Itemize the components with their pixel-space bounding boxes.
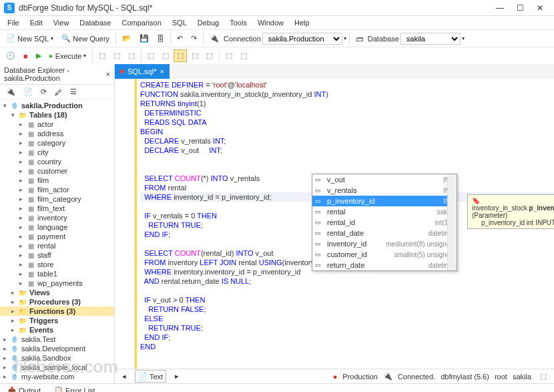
menu-file[interactable]: File	[3, 17, 24, 28]
undo-button[interactable]: ↶	[174, 32, 186, 45]
connection-icon[interactable]: 🔌	[206, 32, 222, 45]
tree-item[interactable]: ▸🛢sakila_sample_local	[0, 363, 114, 372]
run-button[interactable]: ▶	[33, 49, 45, 62]
execute-button[interactable]: ▸Execute▾	[46, 49, 90, 62]
code-line[interactable]: RETURNS tinyint(1)	[140, 99, 554, 108]
btn-t5[interactable]: ⬚	[159, 49, 172, 62]
tab-close[interactable]: ×	[160, 67, 164, 75]
exp-btn3[interactable]: ⟳	[37, 85, 50, 98]
close-button[interactable]: ✕	[530, 3, 550, 13]
maximize-button[interactable]: ☐	[510, 3, 530, 13]
menu-view[interactable]: View	[49, 17, 74, 28]
btn-t2[interactable]: ⬚	[110, 49, 123, 62]
btn-t7[interactable]: ⬚	[188, 49, 202, 62]
code-line[interactable]: RETURN FALSE;	[140, 305, 554, 314]
explorer-tab[interactable]: Database Explorer - sakila.Production ×	[0, 64, 114, 85]
tree-item[interactable]: ▸📁Views	[0, 288, 114, 297]
menu-database[interactable]: Database	[75, 17, 115, 28]
error-list-button[interactable]: 📋Error List	[51, 384, 99, 392]
autocomplete-popup[interactable]: ▭v_outINT▭v_rentalsINT▭p_inventory_idINT…	[312, 174, 457, 271]
menu-sql[interactable]: SQL	[168, 17, 192, 28]
database-dropdown[interactable]: sakila	[400, 33, 461, 45]
autocomplete-item[interactable]: ▭rentalsakila	[312, 206, 457, 217]
btn-t3[interactable]: ⬚	[125, 49, 138, 62]
btn-t9[interactable]: ⬚	[222, 49, 236, 62]
editor-body[interactable]: CREATE DEFINER = 'root'@'localhost'FUNCT…	[115, 79, 554, 369]
tree-item[interactable]: ▸▦inventory	[0, 213, 114, 222]
tree-item[interactable]: ▾🛢sakila.Production	[0, 101, 114, 110]
menu-help[interactable]: Help	[290, 17, 314, 28]
tree-item[interactable]: ▸▦staff	[0, 250, 114, 260]
new-query-button[interactable]: 🔍New Query	[58, 32, 113, 45]
code-line[interactable]: RETURN TRUE;	[140, 323, 554, 333]
autocomplete-item[interactable]: ▭v_outINT	[312, 174, 457, 185]
save-all-button[interactable]: 🗄	[154, 33, 168, 45]
btn-t10[interactable]: ⬚	[237, 49, 250, 62]
tree-item[interactable]: ▸▦payment	[0, 232, 114, 241]
autocomplete-item[interactable]: ▭customer_idsmallint(5) unsigned	[312, 249, 457, 260]
tree-item[interactable]: ▸▦film_actor	[0, 185, 114, 194]
code-line[interactable]: DECLARE v_rentals INT;	[140, 136, 554, 146]
stop-button[interactable]: ■	[20, 50, 31, 62]
menu-edit[interactable]: Edit	[25, 17, 47, 28]
text-view-button[interactable]: 📄Text	[135, 370, 166, 383]
prev-result-button[interactable]: ◂	[119, 370, 129, 383]
redo-button[interactable]: ↷	[188, 32, 200, 45]
tree-item[interactable]: ▸🛢sakila.Test	[0, 335, 114, 344]
autocomplete-item[interactable]: ▭v_rentalsINT	[312, 185, 457, 196]
code-line[interactable]	[140, 155, 554, 164]
tree-item[interactable]: ▸▦film	[0, 176, 114, 185]
tree-item[interactable]: ▸▦address	[0, 129, 114, 138]
tree-item[interactable]: ▸▦film_text	[0, 204, 114, 213]
tree-item[interactable]: ▸▦category	[0, 138, 114, 148]
db-icon[interactable]: 🗃	[352, 33, 366, 45]
open-button[interactable]: 📂	[119, 32, 135, 45]
connection-dropdown[interactable]: sakila.Production	[262, 33, 342, 45]
code-line[interactable]: READS SQL DATA	[140, 118, 554, 127]
code-line[interactable]: IF v_out > 0 THEN	[140, 295, 554, 305]
tree-item[interactable]: ▸▦rental	[0, 241, 114, 250]
tree-item[interactable]: ▸▦actor	[0, 120, 114, 129]
minimize-button[interactable]: —	[490, 3, 510, 13]
code-line[interactable]: BEGIN	[140, 127, 554, 136]
next-result-button[interactable]: ▸	[172, 370, 182, 383]
exp-btn1[interactable]: 🔌	[3, 85, 19, 98]
output-panel-button[interactable]: 📤Output	[4, 384, 44, 392]
new-sql-button[interactable]: 📄New SQL▾	[3, 32, 57, 45]
code-line[interactable]: FUNCTION sakila.inventory_in_stock(p_inv…	[140, 89, 554, 99]
tree-item[interactable]: ▸▦country	[0, 157, 114, 166]
code-line[interactable]: ELSE	[140, 314, 554, 323]
btn-t8[interactable]: ⬚	[203, 49, 216, 62]
tree-item[interactable]: ▸📁Triggers	[0, 316, 114, 325]
tree-item[interactable]: ▸📁Events	[0, 325, 114, 335]
autocomplete-item[interactable]: ▭rental_idint(11)	[312, 217, 457, 228]
explorer-close[interactable]: ×	[106, 70, 110, 78]
exp-btn4[interactable]: 🖉	[51, 86, 65, 98]
exp-btn5[interactable]: ☰	[67, 85, 80, 98]
tree[interactable]: ▾🛢sakila.Production▾📁Tables (18)▸▦actor▸…	[0, 100, 114, 383]
autocomplete-item[interactable]: ▭inventory_idmediumint(8) unsigned	[312, 238, 457, 249]
tree-item[interactable]: ▸🛢sakila.Sandbox	[0, 353, 114, 363]
tree-item[interactable]: ▾📁Tables (18)	[0, 110, 114, 120]
btn-t4[interactable]: ⬚	[144, 49, 158, 62]
tree-item[interactable]: ▸▦customer	[0, 166, 114, 176]
tree-item[interactable]: ▸📁Functions (3)	[0, 307, 114, 316]
code-line[interactable]: AND rental.return_date IS NULL;	[140, 276, 554, 286]
tree-item[interactable]: ▸▦language	[0, 222, 114, 232]
btn-t1[interactable]: ⬚	[95, 49, 109, 62]
tree-item[interactable]: ▸▦wp_payments	[0, 278, 114, 288]
exp-btn2[interactable]: 📄	[20, 85, 36, 98]
autocomplete-item[interactable]: ▭rental_datedatetime	[312, 228, 457, 238]
tree-item[interactable]: ▸▦city	[0, 148, 114, 157]
autocomplete-item[interactable]: ▭return_datedatetime	[312, 260, 457, 270]
menu-tools[interactable]: Tools	[225, 17, 252, 28]
autocomplete-item[interactable]: ▭p_inventory_idINT	[312, 196, 457, 206]
tree-item[interactable]: ▸▦store	[0, 260, 114, 269]
code-line[interactable]	[140, 286, 554, 295]
autocomplete-scrollbar[interactable]	[447, 174, 457, 270]
code-line[interactable]	[140, 164, 554, 174]
menu-window[interactable]: Window	[253, 17, 288, 28]
save-button[interactable]: 💾	[136, 32, 152, 45]
tree-item[interactable]: ▸🛢my-website.com	[0, 372, 114, 381]
tree-item[interactable]: ▸▦film_category	[0, 194, 114, 204]
